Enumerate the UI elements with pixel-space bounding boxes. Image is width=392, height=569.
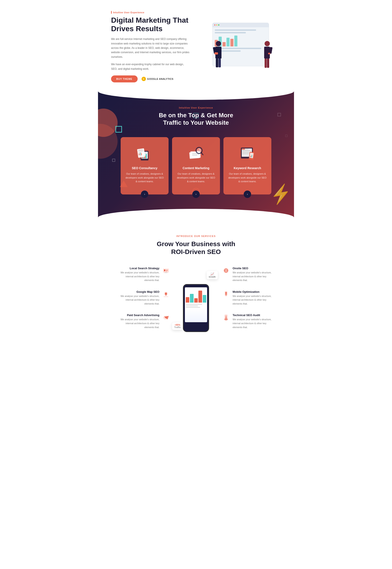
service-item-technical-text: Technical SEO Audit We analyse your webs…	[233, 314, 276, 329]
paid-search-icon	[162, 314, 170, 321]
service-card-content[interactable]: Content Marketing Our team of creatives,…	[172, 137, 220, 195]
wave-eyebrow: Intuitive User Experience	[107, 106, 285, 109]
svg-rect-11	[268, 53, 270, 54]
svg-point-70	[225, 317, 227, 318]
ph-bar-2	[190, 294, 193, 303]
svg-point-6	[265, 41, 270, 46]
svg-rect-5	[214, 52, 218, 55]
floating-card-icon: 📈	[210, 272, 214, 276]
ph-bar-5	[203, 295, 206, 303]
hero-illustration	[206, 20, 276, 73]
svg-rect-3	[218, 59, 221, 67]
person-2-illustration	[260, 40, 273, 73]
svg-line-33	[201, 153, 203, 155]
svg-rect-41	[242, 153, 250, 153]
buy-theme-button[interactable]: BUY THEME	[111, 75, 138, 82]
hero-illustration-area	[200, 20, 281, 73]
local-search-desc: We analyse your website's structure, int…	[116, 271, 159, 282]
service-item-map-text: Google Map SEO We analyse your website's…	[116, 290, 159, 306]
phone-illustration: 📈 Growth +85% Traffic	[176, 271, 216, 332]
mobile-opt-icon	[222, 290, 230, 298]
service-item-map-row: Google Map SEO We analyse your website's…	[116, 290, 170, 306]
map-seo-name: Google Map SEO	[116, 290, 159, 293]
onsite-seo-icon-wrap	[222, 267, 230, 274]
svg-rect-50	[166, 271, 167, 272]
google-analytics-button[interactable]: G GOOGLE ANALYTICS	[141, 77, 174, 81]
mobile-opt-name: Mobile Optimization	[233, 290, 276, 293]
service-item-technical-row: Technical SEO Audit We analyse your webs…	[222, 314, 276, 329]
ph-bar-1	[186, 297, 189, 303]
svg-rect-49	[166, 270, 168, 270]
services-section: INTRODUCE OUR SERVICES Grow Your Busines…	[98, 218, 294, 349]
map-seo-icon	[162, 290, 170, 298]
service-item-paid-row: Paid Search Advertising We analyse your …	[116, 314, 170, 329]
browser-line-2	[215, 32, 246, 33]
service-item-technical: Technical SEO Audit We analyse your webs…	[222, 314, 281, 329]
keyword-card-desc: Our team of creatives, designers & devel…	[228, 172, 267, 184]
svg-rect-51	[164, 272, 168, 273]
service-item-onsite-text: Onsite SEO We analyse your website's str…	[233, 267, 276, 282]
browser-bar	[212, 23, 269, 27]
keyword-illustration	[239, 144, 256, 162]
wave-title: Be on the Top & Get More Traffic to Your…	[107, 112, 285, 126]
hero-title: Digital Marketing That Drives Results	[111, 16, 192, 33]
service-item-paid: Paid Search Advertising We analyse your …	[111, 314, 170, 329]
svg-rect-8	[265, 59, 267, 68]
service-card-seo[interactable]: SEO Consultancy Our team of creatives, d…	[121, 137, 168, 195]
keyword-card-arrow[interactable]: ›	[244, 191, 251, 198]
svg-point-34	[197, 149, 199, 150]
svg-rect-30	[192, 155, 197, 156]
services-eyebrow: INTRODUCE OUR SERVICES	[111, 235, 281, 237]
floating-card-stat: +85%	[174, 324, 181, 326]
onsite-seo-desc: We analyse your website's structure, int…	[233, 271, 276, 282]
phone-screen	[185, 287, 207, 322]
keyword-card-icon	[228, 143, 267, 163]
svg-point-58	[165, 317, 167, 318]
chart-bar-4	[226, 38, 230, 46]
service-card-keyword[interactable]: Keyword Research Our team of creatives, …	[224, 137, 271, 195]
svg-rect-40	[242, 151, 249, 152]
technical-seo-name: Technical SEO Audit	[233, 314, 276, 317]
seo-card-title: SEO Consultancy	[125, 166, 164, 170]
paid-search-name: Paid Search Advertising	[116, 314, 159, 317]
onsite-seo-icon	[222, 267, 230, 274]
phone-body	[183, 284, 209, 332]
svg-rect-38	[245, 149, 249, 150]
service-item-mobile: Mobile Optimization We analyse your webs…	[222, 290, 281, 306]
seo-card-arrow[interactable]: ›	[141, 191, 148, 198]
phone-lines	[185, 303, 207, 309]
services-title: Grow Your Business with ROI-Driven SEO	[111, 240, 281, 256]
svg-rect-29	[192, 154, 199, 155]
browser-dot-yellow	[216, 24, 217, 26]
google-analytics-icon: G	[141, 77, 146, 81]
svg-rect-2	[216, 59, 218, 67]
svg-rect-55	[164, 297, 168, 297]
browser-dot-red	[214, 24, 215, 26]
technical-seo-icon-wrap	[222, 314, 230, 321]
hero-desc-2: We have an ever-expanding trophy cabinet…	[111, 62, 189, 71]
svg-marker-54	[165, 294, 167, 296]
service-item-local-text: Local Search Strategy We analyse your we…	[116, 267, 159, 282]
content-illustration	[187, 144, 205, 162]
phone-chart	[185, 287, 207, 303]
svg-rect-64	[225, 292, 227, 295]
content-card-icon	[176, 143, 216, 163]
ph-line-2	[186, 305, 198, 306]
map-seo-desc: We analyse your website's structure, int…	[116, 294, 159, 306]
browser-line-1	[215, 30, 256, 31]
local-search-icon	[162, 267, 170, 274]
mobile-opt-icon-wrap	[222, 290, 230, 298]
hero-section: Intuitive User Experience Digital Market…	[98, 0, 294, 91]
technical-seo-desc: We analyse your website's structure, int…	[233, 318, 276, 329]
service-item-mobile-text: Mobile Optimization We analyse your webs…	[233, 290, 276, 306]
chart-bar-6	[234, 36, 237, 46]
svg-point-32	[197, 148, 201, 153]
ph-line-3	[186, 307, 200, 308]
paid-search-desc: We analyse your website's structure, int…	[116, 318, 159, 329]
content-card-arrow[interactable]: ›	[192, 191, 200, 198]
map-seo-icon-wrap	[162, 290, 170, 298]
svg-point-65	[226, 295, 226, 296]
hero-left-content: Intuitive User Experience Digital Market…	[111, 11, 200, 82]
svg-rect-42	[242, 154, 249, 154]
service-item-map: Google Map SEO We analyse your website's…	[111, 290, 170, 306]
